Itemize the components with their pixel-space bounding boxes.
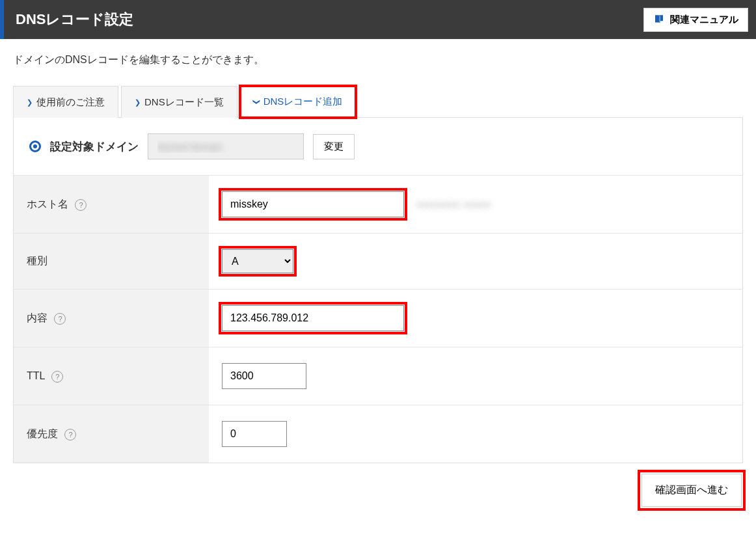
panel: 設定対象ドメイン blurred domain 変更 ホスト名 ? xxxxxx… xyxy=(13,118,743,463)
content-label: 内容 xyxy=(27,312,47,323)
header-bar: DNSレコード設定 関連マニュアル xyxy=(0,0,756,39)
tabs: ❯ 使用前のご注意 ❯ DNSレコード一覧 ❯ DNSレコード追加 xyxy=(13,85,743,118)
ttl-input[interactable] xyxy=(222,363,306,389)
row-hostname: ホスト名 ? xxxxxxxx xxxxx xyxy=(14,176,742,234)
manual-button-label: 関連マニュアル xyxy=(670,14,738,26)
content-input[interactable] xyxy=(222,305,404,331)
radio-selected-icon xyxy=(29,141,41,152)
header-title-wrap: DNSレコード設定 xyxy=(0,0,133,39)
tab-label: 使用前のご注意 xyxy=(36,96,105,109)
chevron-down-icon: ❯ xyxy=(252,99,261,105)
help-icon[interactable]: ? xyxy=(54,313,66,325)
row-content: 内容 ? xyxy=(14,290,742,347)
row-ttl: TTL ? xyxy=(14,347,742,405)
page-title: DNSレコード設定 xyxy=(16,10,133,29)
type-label: 種別 xyxy=(27,255,47,266)
footer-row: 確認画面へ進む xyxy=(13,463,743,507)
priority-input[interactable] xyxy=(222,421,287,447)
tab-record-add[interactable]: ❯ DNSレコード追加 xyxy=(240,86,357,118)
help-icon[interactable]: ? xyxy=(75,199,87,211)
book-icon xyxy=(653,14,665,25)
domain-suffix-blurred: xxxxxxxx xxxxx xyxy=(416,198,491,210)
domain-select[interactable]: blurred domain xyxy=(148,133,304,159)
help-icon[interactable]: ? xyxy=(51,371,63,383)
related-manual-button[interactable]: 関連マニュアル xyxy=(643,8,748,32)
hostname-input[interactable] xyxy=(222,191,404,217)
confirm-button[interactable]: 確認画面へ進む xyxy=(641,474,742,507)
priority-label: 優先度 xyxy=(27,428,58,439)
chevron-right-icon: ❯ xyxy=(135,98,141,107)
tab-label: DNSレコード追加 xyxy=(263,96,343,108)
chevron-right-icon: ❯ xyxy=(27,98,33,107)
domain-label: 設定対象ドメイン xyxy=(50,139,139,154)
row-priority: 優先度 ? xyxy=(14,405,742,463)
ttl-label: TTL xyxy=(27,370,45,381)
form-table: ホスト名 ? xxxxxxxx xxxxx 種別 A xyxy=(14,175,742,463)
row-type: 種別 A xyxy=(14,234,742,290)
type-select[interactable]: A xyxy=(222,249,293,273)
content-area: ドメインのDNSレコードを編集することができます。 ❯ 使用前のご注意 ❯ DN… xyxy=(0,39,756,521)
domain-row: 設定対象ドメイン blurred domain 変更 xyxy=(14,118,742,175)
change-domain-button[interactable]: 変更 xyxy=(313,134,355,159)
page-description: ドメインのDNSレコードを編集することができます。 xyxy=(13,53,743,67)
tab-label: DNSレコード一覧 xyxy=(144,96,224,109)
tab-record-list[interactable]: ❯ DNSレコード一覧 xyxy=(121,86,237,118)
help-icon[interactable]: ? xyxy=(64,429,76,440)
hostname-label: ホスト名 xyxy=(27,198,68,210)
tab-notice[interactable]: ❯ 使用前のご注意 xyxy=(13,86,118,118)
